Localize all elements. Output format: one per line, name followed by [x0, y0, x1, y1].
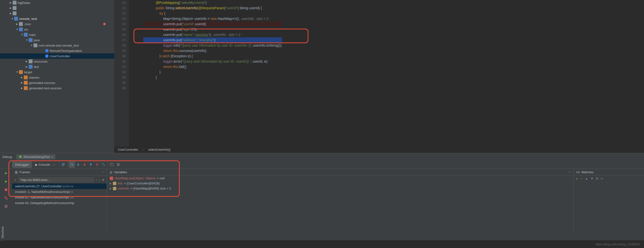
frame-item[interactable]: invoke:43, DelegatingMethodAccessorImp	[12, 200, 106, 206]
expand-arrow-icon[interactable]: ▼	[16, 28, 19, 30]
expand-arrow-icon[interactable]: ▶	[21, 87, 24, 89]
expand-arrow-icon[interactable]: ▶	[26, 60, 29, 63]
code-line[interactable]: try {	[143, 11, 282, 16]
expand-arrow-icon[interactable]: ▼	[30, 44, 34, 47]
nav-down-icon[interactable]: ↓	[98, 178, 100, 182]
expand-arrow-icon[interactable]: ▶	[10, 12, 13, 14]
expand-arrow-icon[interactable]: ▶	[10, 1, 13, 4]
show-execution-point-button[interactable]	[60, 161, 66, 168]
folder-orange-icon	[24, 75, 28, 79]
frame-item[interactable]: invoke:62, NativeMethodAccessorImpl (su	[12, 195, 106, 200]
tree-item[interactable]: ▼ java	[0, 37, 114, 43]
debug-label: Debug:	[2, 155, 13, 159]
tree-item[interactable]: ▶	[0, 11, 114, 16]
code-line[interactable]: logger.error("Query user information by …	[143, 59, 282, 64]
svg-rect-16	[15, 171, 18, 172]
link-watch-icon[interactable]: ∞	[600, 177, 603, 181]
expand-arrow-icon[interactable]: ▶	[21, 81, 24, 84]
expand-arrow-icon[interactable]: ▼	[11, 17, 14, 20]
code-area[interactable]: @PostMapping("selectByUserId") public St…	[143, 0, 282, 146]
tree-item[interactable]: ▶ generated-test-sources	[0, 85, 114, 91]
drop-frame-button[interactable]	[94, 161, 100, 168]
code-line[interactable]: }	[143, 69, 282, 75]
frame-item[interactable]: invoke0:-1, NativeMethodAccessorImpl (s	[12, 189, 106, 195]
variable-item[interactable]: HashMap.put(Object, Object) = null	[107, 176, 573, 181]
resume-button[interactable]	[3, 178, 9, 185]
tree-item[interactable]: ▼ remote_test	[0, 16, 114, 21]
expand-arrow-icon[interactable]: ▶	[110, 187, 112, 190]
tree-item[interactable]: ▶	[0, 5, 114, 11]
expand-arrow-icon[interactable]: ▶	[26, 65, 29, 68]
code-line[interactable]: logger.info("Query user information by u…	[143, 43, 282, 48]
structure-tab[interactable]: Structure	[0, 224, 5, 241]
run-to-cursor-button[interactable]	[100, 161, 106, 168]
code-line[interactable]	[143, 85, 282, 91]
code-line[interactable]: }	[143, 75, 282, 80]
tree-item[interactable]: ▶ resources	[0, 59, 114, 64]
tab-console[interactable]: ▶ Console →ᵗ	[32, 161, 58, 168]
step-into-button[interactable]	[75, 161, 81, 168]
debug-config-tab[interactable]: RemoteDebugTest ×	[16, 154, 55, 159]
tree-item[interactable]: ▶ test	[0, 64, 114, 69]
breadcrumb-class[interactable]: UserController	[118, 148, 138, 151]
variable-item[interactable]: ▶this = {UserController@5428}	[107, 181, 573, 186]
expand-arrow-icon[interactable]: ▶	[21, 76, 24, 79]
code-line[interactable]: return this.fail();	[143, 64, 282, 69]
tree-item[interactable]: ▶ classes	[0, 75, 114, 80]
remove-watch-icon[interactable]: −	[580, 177, 582, 181]
close-icon[interactable]: ×	[51, 155, 53, 159]
debug-tab-name: RemoteDebugTest	[24, 155, 50, 159]
breadcrumb-method[interactable]: selectUserInfo()	[148, 148, 170, 151]
thread-selector[interactable]	[18, 177, 94, 183]
expand-arrow-icon[interactable]: ▶	[110, 182, 112, 185]
tree-item[interactable]: ▼ main	[0, 32, 114, 37]
expand-arrow-icon[interactable]: ▶	[16, 23, 19, 25]
code-line[interactable]: public String selectUserInfo(@RequestPar…	[143, 5, 282, 11]
code-line[interactable]: @PostMapping("selectByUserId")	[143, 0, 282, 5]
expand-arrow-icon[interactable]: ▼	[21, 33, 24, 36]
view-breakpoints-button[interactable]	[3, 195, 9, 201]
code-line[interactable]: userInfo.put("age",23);	[143, 27, 282, 32]
frames-restore-icon[interactable]: →ᵗ	[101, 171, 104, 174]
copy-watch-icon[interactable]: ⧉	[596, 177, 598, 181]
tree-item[interactable]: RemoteTestApplication	[0, 48, 114, 53]
code-line[interactable]: userInfo.put("userId",userId);	[143, 21, 282, 27]
nav-up-icon[interactable]: ↑	[96, 178, 97, 182]
breakpoint-icon[interactable]	[103, 23, 106, 25]
code-line[interactable]: userInfo.put("address","shanghai");	[143, 37, 282, 43]
force-step-into-button[interactable]	[81, 161, 88, 168]
variables-restore-icon[interactable]: →ᵗ	[568, 171, 571, 174]
tree-item[interactable]: ▼ src	[0, 27, 114, 32]
svg-point-13	[6, 198, 8, 200]
code-line[interactable]: return this.success(userInfo);	[143, 48, 282, 53]
breadcrumb[interactable]: UserController › selectUserInfo()	[114, 146, 644, 153]
tree-item[interactable]: ▶ logDatas	[0, 0, 114, 5]
code-line[interactable]	[143, 80, 282, 85]
watch-up-icon[interactable]: ▲	[585, 177, 588, 181]
settings-button[interactable]	[115, 161, 122, 168]
tab-debugger[interactable]: Debugger	[12, 161, 32, 168]
code-line[interactable]: userInfo.put("name","yanshao"); userInfo…	[143, 32, 282, 37]
stop-button[interactable]	[3, 187, 9, 193]
watch-down-icon[interactable]: ▼	[590, 177, 594, 181]
tree-item[interactable]: ▼ target	[0, 69, 114, 75]
tree-item[interactable]: ▶ .mvn	[0, 21, 114, 27]
expand-arrow-icon[interactable]: ▼	[26, 39, 29, 41]
code-line[interactable]: Map<String,Object> userInfo = new HashMa…	[143, 16, 282, 21]
folder-blue-icon	[14, 17, 18, 21]
evaluate-expression-button[interactable]	[109, 161, 115, 168]
tree-item[interactable]: ▼ com.remote.test.remote_test	[0, 43, 114, 48]
step-out-button[interactable]	[88, 161, 94, 168]
tree-item[interactable]: ▶ generated-sources	[0, 80, 114, 85]
step-over-button[interactable]	[69, 161, 75, 168]
expand-arrow-icon[interactable]: ▶	[10, 7, 13, 9]
frame-item[interactable]: selectUserInfo:27, UserController (com.r…	[12, 184, 106, 189]
code-line[interactable]: } catch (Exception e) {	[143, 53, 282, 59]
rerun-button[interactable]	[3, 170, 9, 176]
filter-icon[interactable]: ▼	[102, 178, 105, 182]
expand-arrow-icon[interactable]: ▼	[16, 71, 19, 73]
add-watch-icon[interactable]: +	[576, 177, 578, 181]
variable-item[interactable]: ▶userInfo = {HashMap@5455} size = 2	[107, 186, 573, 191]
tree-item[interactable]: UserController	[0, 53, 114, 59]
mute-breakpoints-button[interactable]	[3, 203, 9, 210]
